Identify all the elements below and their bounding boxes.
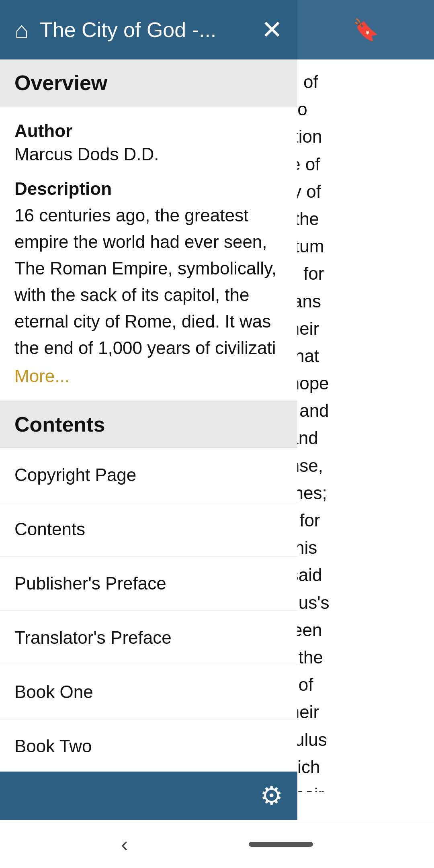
nav-bar: ‹ (0, 820, 434, 868)
header-title: The City of God -... (40, 18, 261, 42)
settings-icon[interactable]: ⚙ (260, 781, 283, 811)
contents-item-copyright[interactable]: Copyright Page (0, 448, 297, 502)
main-panel: Overview Author Marcus Dods D.D. Descrip… (0, 59, 297, 820)
close-icon[interactable]: ✕ (261, 15, 283, 45)
contents-item-translators-preface[interactable]: Translator's Preface (0, 611, 297, 665)
overview-header: Overview (0, 59, 297, 106)
contents-item-book-two[interactable]: Book Two (0, 719, 297, 774)
contents-item-contents[interactable]: Contents (0, 502, 297, 557)
contents-header: Contents (0, 401, 297, 448)
author-label: Author (14, 121, 283, 141)
description-label: Description (14, 179, 283, 199)
header-bar: ⌂ The City of God -... ✕ (0, 0, 297, 59)
more-link[interactable]: More... (14, 366, 283, 386)
overview-title: Overview (14, 71, 107, 94)
bottom-toolbar: ⚙ (0, 772, 297, 820)
description-text: 16 centuries ago, the greatest empire th… (14, 202, 283, 361)
nav-pill (249, 842, 313, 847)
author-value: Marcus Dods D.D. (14, 144, 283, 164)
contents-item-publishers-preface[interactable]: Publisher's Preface (0, 557, 297, 611)
contents-list: Copyright Page Contents Publisher's Pref… (0, 448, 297, 820)
home-icon[interactable]: ⌂ (14, 16, 29, 43)
header-right: 🔖 (297, 0, 434, 59)
overview-body: Author Marcus Dods D.D. Description 16 c… (0, 106, 297, 386)
bookmark-icon[interactable]: 🔖 (353, 18, 379, 42)
contents-title: Contents (14, 413, 105, 436)
back-button[interactable]: ‹ (121, 832, 128, 856)
contents-item-book-one[interactable]: Book One (0, 665, 297, 719)
